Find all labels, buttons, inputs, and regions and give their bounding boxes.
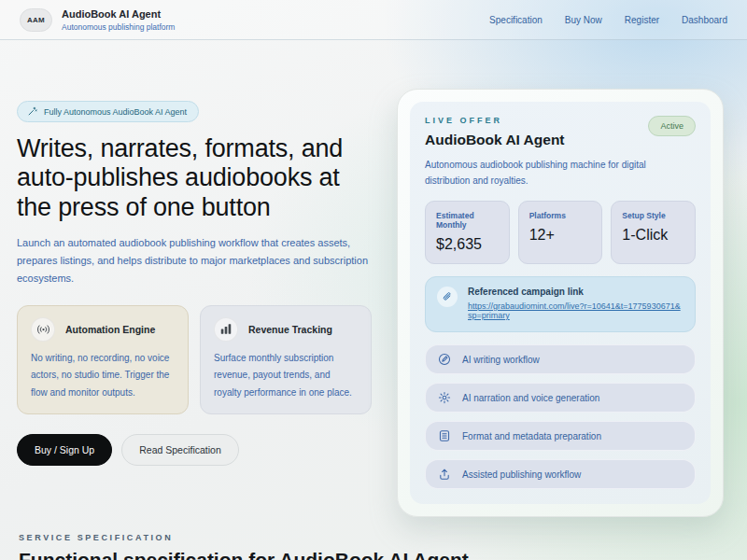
nav-specification[interactable]: Specification: [489, 15, 543, 25]
feature-label: AI writing workflow: [462, 355, 540, 365]
feature-card-revenue: Revenue Tracking Surface monthly subscri…: [200, 305, 372, 415]
feature-cards: Automation Engine No writing, no recordi…: [17, 305, 375, 415]
broadcast-icon: [31, 317, 55, 342]
bar-chart-icon: [214, 317, 238, 342]
feature-ai-narration: AI narration and voice generation: [425, 383, 696, 413]
stat-value: $2,635: [436, 236, 499, 253]
brand-subtitle: Autonomous publishing platform: [62, 22, 175, 32]
read-specification-button[interactable]: Read Specification: [121, 434, 239, 466]
feature-card-title: Revenue Tracking: [248, 324, 332, 335]
main-nav: Specification Buy Now Register Dashboard: [489, 15, 727, 25]
stat-value: 1-Click: [622, 227, 684, 244]
stat-estimated-monthly: Estimated Monthly $2,635: [425, 201, 510, 264]
hero-badge-label: Fully Autonomous AudioBook AI Agent: [44, 107, 187, 117]
feature-label: AI narration and voice generation: [462, 393, 599, 403]
feature-ai-writing: AI writing workflow: [425, 344, 696, 374]
nav-buy-now[interactable]: Buy Now: [565, 15, 602, 25]
top-header: AAM AudioBook AI Agent Autonomous publis…: [0, 0, 747, 40]
feature-label: Assisted publishing workflow: [462, 469, 581, 480]
stat-setup-style: Setup Style 1-Click: [611, 201, 696, 264]
stat-value: 12+: [529, 227, 592, 244]
offer-description: Autonomous audiobook publishing machine …: [425, 157, 677, 189]
nav-dashboard[interactable]: Dashboard: [682, 15, 727, 25]
stat-platforms: Platforms 12+: [518, 201, 603, 264]
brand-title: AudioBook AI Agent: [62, 8, 175, 20]
campaign-link-box: Referenced campaign link https://grabaud…: [425, 276, 696, 332]
brand-logo: AAM: [20, 8, 52, 32]
wand-icon: [27, 106, 37, 117]
campaign-link-url[interactable]: https://grabaudiomint.com/live?r=10641&t…: [468, 301, 684, 320]
spec-section: SERVICE SPECIFICATION Functional specifi…: [19, 533, 469, 560]
live-offer-card: LIVE OFFER AudioBook AI Agent Active Aut…: [397, 89, 724, 517]
stat-label: Estimated Monthly: [436, 211, 499, 230]
offer-feature-list: AI writing workflow AI narration and voi…: [425, 344, 696, 489]
brand: AAM AudioBook AI Agent Autonomous publis…: [20, 8, 175, 32]
voice-icon: [438, 391, 451, 404]
stat-label: Platforms: [529, 211, 592, 220]
feature-assisted-publishing: Assisted publishing workflow: [425, 459, 696, 489]
spec-eyebrow: SERVICE SPECIFICATION: [19, 533, 469, 542]
paperclip-icon: [437, 287, 458, 307]
feature-card-title: Automation Engine: [65, 324, 155, 335]
publish-icon: [438, 468, 451, 481]
pencil-icon: [438, 353, 451, 366]
hero-section: Fully Autonomous AudioBook AI Agent Writ…: [17, 101, 375, 466]
page-title: Writes, narrates, formats, and auto-publ…: [17, 134, 355, 222]
feature-format-metadata: Format and metadata preparation: [425, 421, 696, 451]
cta-row: Buy / Sign Up Read Specification: [17, 434, 375, 466]
live-offer-eyebrow: LIVE OFFER: [425, 116, 565, 125]
feature-card-body: No writing, no recording, no voice actor…: [31, 350, 175, 402]
feature-card-automation: Automation Engine No writing, no recordi…: [17, 305, 189, 415]
hero-subtext: Launch an automated audiobook publishing…: [17, 234, 374, 287]
feature-card-body: Surface monthly subscription revenue, pa…: [214, 350, 358, 402]
feature-label: Format and metadata preparation: [462, 431, 601, 441]
document-icon: [438, 429, 451, 442]
campaign-link-label: Referenced campaign link: [468, 287, 684, 297]
spec-heading: Functional specification for AudioBook A…: [19, 549, 469, 560]
offer-title: AudioBook AI Agent: [425, 132, 565, 148]
offer-stats: Estimated Monthly $2,635 Platforms 12+ S…: [425, 201, 696, 264]
status-badge: Active: [648, 116, 696, 136]
stat-label: Setup Style: [622, 211, 684, 220]
hero-badge: Fully Autonomous AudioBook AI Agent: [17, 101, 199, 122]
buy-signup-button[interactable]: Buy / Sign Up: [17, 434, 112, 466]
nav-register[interactable]: Register: [625, 15, 659, 25]
